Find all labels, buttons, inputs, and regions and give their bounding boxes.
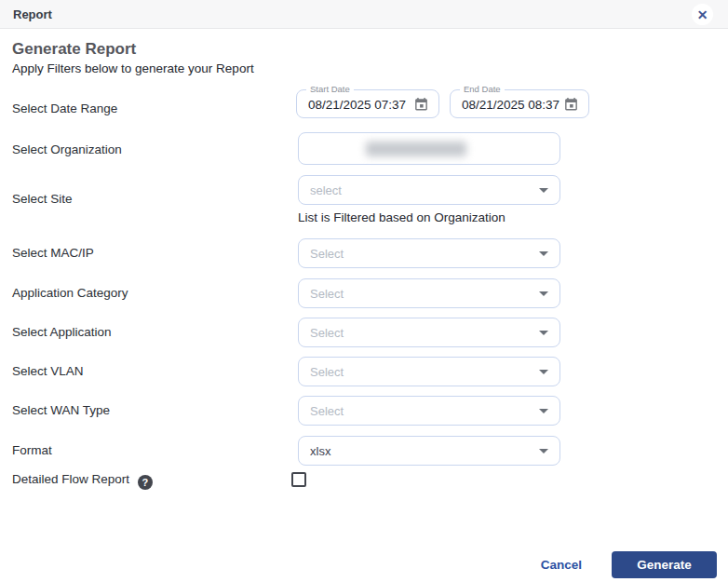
vlan-select-placeholder: Select: [310, 365, 539, 379]
organization-label: Select Organization: [12, 142, 122, 156]
wan-type-select[interactable]: Select: [298, 396, 560, 426]
site-select-placeholder: select: [310, 183, 539, 197]
mac-ip-label: Select MAC/IP: [12, 246, 94, 260]
page-title: Generate Report: [12, 40, 136, 59]
start-date-value[interactable]: 08/21/2025 07:37: [308, 97, 406, 111]
application-category-label: Application Category: [12, 286, 128, 300]
question-mark-icon[interactable]: ?: [138, 475, 153, 490]
site-helper-text: List is Filtered based on Organization: [298, 210, 506, 224]
close-icon[interactable]: ✕: [692, 4, 713, 25]
chevron-down-icon: [539, 331, 548, 335]
cancel-button[interactable]: Cancel: [541, 558, 582, 572]
vlan-label: Select VLAN: [12, 364, 84, 378]
chevron-down-icon: [539, 188, 548, 193]
organization-value-redacted: [366, 142, 466, 156]
calendar-icon[interactable]: [563, 96, 579, 112]
mac-ip-select-placeholder: Select: [310, 247, 539, 261]
format-select-value: xlsx: [310, 444, 539, 458]
application-select-placeholder: Select: [310, 326, 539, 340]
vlan-select[interactable]: Select: [298, 357, 560, 386]
chevron-down-icon: [539, 409, 548, 413]
site-select[interactable]: select: [298, 175, 560, 205]
end-date-value[interactable]: 08/21/2025 08:37: [462, 97, 559, 111]
dialog-title: Report: [13, 7, 52, 21]
end-date-float-label: End Date: [460, 84, 505, 94]
application-label: Select Application: [12, 325, 112, 339]
generate-report-dialog: Report ✕ Generate Report Apply Filters b…: [0, 0, 728, 582]
page-subtitle: Apply Filters below to generate your Rep…: [12, 61, 254, 75]
detailed-flow-report-label: Detailed Flow Report ?: [12, 472, 153, 490]
date-range-label: Select Date Range: [12, 102, 117, 115]
chevron-down-icon: [539, 291, 548, 296]
chevron-down-icon: [539, 370, 548, 374]
start-date-float-label: Start Date: [306, 84, 354, 94]
mac-ip-select[interactable]: Select: [298, 238, 560, 268]
application-category-select-placeholder: Select: [310, 287, 539, 301]
chevron-down-icon: [539, 251, 548, 256]
detailed-flow-report-checkbox[interactable]: [291, 472, 306, 487]
generate-button[interactable]: Generate: [612, 551, 717, 578]
organization-input[interactable]: [298, 132, 560, 165]
dialog-header: Report ✕: [0, 0, 728, 29]
chevron-down-icon: [539, 449, 548, 453]
start-date-field[interactable]: Start Date 08/21/2025 07:37: [296, 89, 439, 118]
format-select[interactable]: xlsx: [298, 436, 560, 466]
calendar-icon[interactable]: [413, 96, 429, 112]
format-label: Format: [12, 443, 52, 457]
application-select[interactable]: Select: [298, 318, 560, 347]
wan-type-select-placeholder: Select: [310, 404, 539, 418]
wan-type-label: Select WAN Type: [12, 403, 110, 417]
site-label: Select Site: [12, 192, 73, 206]
detailed-flow-report-label-text: Detailed Flow Report: [12, 472, 129, 486]
application-category-select[interactable]: Select: [298, 278, 560, 308]
end-date-field[interactable]: End Date 08/21/2025 08:37: [450, 89, 589, 118]
